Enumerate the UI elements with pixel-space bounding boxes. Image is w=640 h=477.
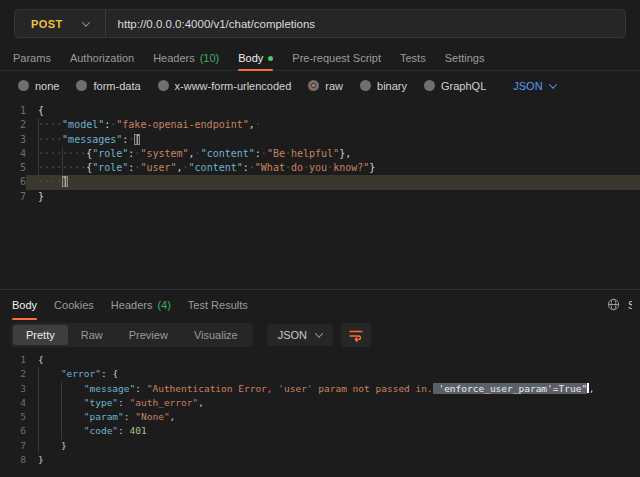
code-token: "messages" [62, 134, 122, 145]
response-tab-headers[interactable]: Headers(4) [111, 290, 171, 319]
code-token: "type" [84, 397, 118, 408]
response-tab-body[interactable]: Body [12, 290, 37, 319]
radio-icon [158, 80, 169, 91]
method-dropdown[interactable]: POST [15, 10, 105, 37]
line-number: 7 [0, 190, 26, 204]
indent-guide [38, 396, 39, 410]
code-token: { [38, 105, 44, 116]
view-mode-raw[interactable]: Raw [68, 325, 116, 345]
code-token: "system" [140, 148, 188, 159]
code-token: , [170, 411, 176, 422]
request-tab-body[interactable]: Body [238, 46, 273, 70]
tab-label: Headers [153, 52, 195, 64]
code-token: "code" [84, 425, 118, 436]
code-text: { [26, 353, 640, 367]
code-line[interactable]: 1{ [0, 104, 640, 118]
code-line[interactable]: 6····] [0, 175, 640, 189]
body-mode-none[interactable]: none [18, 80, 59, 92]
code-text: } [26, 453, 640, 467]
code-token: "user" [140, 162, 176, 173]
code-token: "error" [61, 368, 101, 379]
code-line[interactable]: 8} [0, 453, 640, 467]
indent-guide [38, 410, 39, 424]
tab-label: Cookies [54, 299, 94, 311]
radio-dot-icon [363, 83, 368, 88]
code-token [38, 368, 61, 379]
view-mode-visualize[interactable]: Visualize [181, 325, 251, 345]
tab-label: Settings [445, 52, 485, 64]
body-mode-label: none [35, 80, 59, 92]
tab-label: Test Results [188, 299, 248, 311]
radio-icon [18, 80, 29, 91]
code-line[interactable]: 5 "param": "None", [0, 410, 640, 424]
wrap-text-button[interactable] [341, 323, 371, 347]
code-line[interactable]: 3 "message": "Authentication Error, 'use… [0, 382, 640, 396]
code-line[interactable]: 4········{"role":·"system",·"content":·"… [0, 147, 640, 161]
response-tab-test-results[interactable]: Test Results [188, 290, 248, 319]
code-text: ········{"role":·"user",·"content":·"Wha… [26, 161, 640, 175]
line-number: 3 [0, 133, 26, 147]
code-token: "auth_error" [130, 397, 199, 408]
view-mode-pretty[interactable]: Pretty [13, 325, 68, 345]
url-input[interactable]: http://0.0.0.0:4000/v1/chat/completions [106, 18, 625, 30]
code-token: , [198, 397, 204, 408]
code-line[interactable]: 7 } [0, 439, 640, 453]
request-tab-settings[interactable]: Settings [445, 46, 485, 70]
view-mode-preview[interactable]: Preview [116, 325, 181, 345]
line-number: 5 [0, 410, 26, 424]
status-text-clipped: S [628, 299, 632, 311]
radio-dot-icon [21, 83, 26, 88]
code-line[interactable]: 1{ [0, 353, 640, 367]
line-number: 4 [0, 396, 26, 410]
code-text: } [26, 439, 640, 453]
body-mode-raw[interactable]: raw [308, 80, 343, 92]
response-language-dropdown[interactable]: JSON [267, 324, 333, 346]
response-body-editor[interactable]: 1{2 "error": {3 "message": "Authenticati… [0, 350, 640, 473]
line-number: 7 [0, 439, 26, 453]
code-text: ········{"role":·"system",·"content":·"B… [26, 147, 640, 161]
code-line[interactable]: 4 "type": "auth_error", [0, 396, 640, 410]
code-line[interactable]: 7} [0, 190, 640, 204]
code-text: ····] [26, 175, 640, 189]
code-line[interactable]: 3····"messages":·[ [0, 133, 640, 147]
code-token: ] [62, 176, 68, 187]
code-line[interactable]: 5········{"role":·"user",·"content":·"Wh… [0, 161, 640, 175]
indent-guide [38, 175, 39, 189]
body-mode-x-www-form-urlencoded[interactable]: x-www-form-urlencoded [158, 80, 292, 92]
code-line[interactable]: 2 "error": { [0, 367, 640, 381]
line-number: 6 [0, 424, 26, 438]
request-tab-params[interactable]: Params [13, 46, 51, 70]
code-line[interactable]: 6 "code": 401 [0, 424, 640, 438]
indent-guide [61, 396, 62, 410]
code-text: "param": "None", [26, 410, 640, 424]
request-tab-tests[interactable]: Tests [400, 46, 426, 70]
indent-guide [38, 439, 39, 453]
response-view-switch: PrettyRawPreviewVisualize [11, 323, 253, 347]
globe-icon[interactable] [607, 298, 620, 311]
radio-icon [424, 80, 435, 91]
body-mode-form-data[interactable]: form-data [76, 80, 140, 92]
code-text: "code": 401 [26, 424, 640, 438]
tab-label: Tests [400, 52, 426, 64]
body-mode-GraphQL[interactable]: GraphQL [424, 80, 486, 92]
request-tab-pre-request-script[interactable]: Pre-request Script [292, 46, 381, 70]
code-text: { [26, 104, 640, 118]
indent-guide [38, 382, 39, 396]
request-language-dropdown[interactable]: JSON [513, 80, 555, 92]
code-text: } [26, 190, 640, 204]
code-text: ····"messages":·[ [26, 133, 640, 147]
code-token: helpful" [291, 148, 339, 159]
tab-count-badge: (4) [157, 299, 170, 311]
body-mode-label: binary [377, 80, 407, 92]
request-tab-authorization[interactable]: Authorization [70, 46, 134, 70]
response-toolbar: PrettyRawPreviewVisualize JSON [0, 319, 640, 350]
request-tab-headers[interactable]: Headers(10) [153, 46, 219, 70]
response-tab-cookies[interactable]: Cookies [54, 290, 94, 319]
request-tabs: ParamsAuthorizationHeaders(10)BodyPre-re… [0, 46, 640, 71]
code-token: "What [255, 162, 285, 173]
code-line[interactable]: 2····"model":·"fake-openai-endpoint",· [0, 118, 640, 132]
chevron-down-icon [548, 80, 556, 88]
request-body-editor[interactable]: 1{2····"model":·"fake-openai-endpoint",·… [0, 100, 640, 289]
body-mode-binary[interactable]: binary [360, 80, 407, 92]
code-token: ···· [38, 176, 62, 187]
